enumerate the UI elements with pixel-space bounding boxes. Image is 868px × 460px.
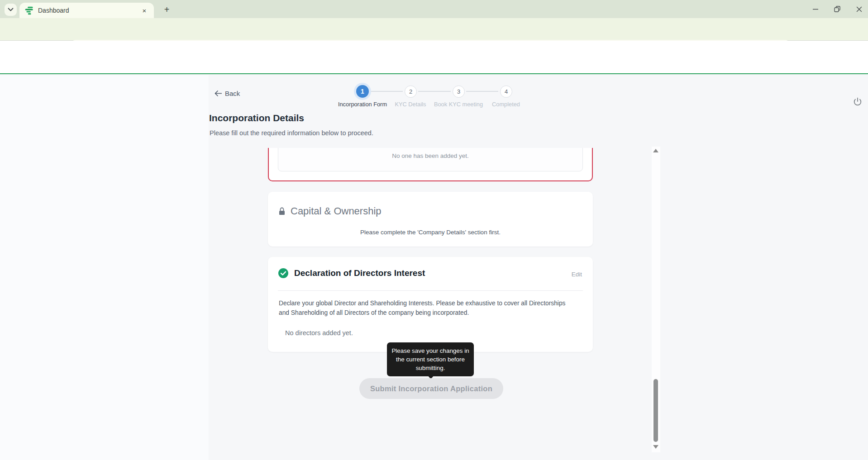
scrollbar-down-arrow[interactable] [653, 445, 658, 449]
page-title: Incorporation Details [209, 113, 304, 123]
app-header: Dashboard [0, 41, 868, 74]
left-background-strip [0, 75, 209, 460]
chevron-down-icon [8, 8, 14, 12]
step-4-label: Completed [481, 100, 531, 108]
capital-ownership-header: Capital & Ownership [279, 205, 382, 217]
stepper-connector [418, 91, 451, 92]
favicon-green-bars-logo [25, 6, 33, 15]
save-changes-tooltip: Please save your changes in the current … [387, 342, 474, 376]
check-circle-icon [278, 268, 289, 279]
window-restore-icon[interactable] [833, 5, 842, 14]
directors-interest-title: Declaration of Directors Interest [294, 268, 425, 278]
logout-power-icon[interactable] [852, 96, 863, 108]
capital-ownership-title: Capital & Ownership [291, 205, 382, 217]
window-controls [811, 0, 863, 18]
page-subtitle: Please fill out the required information… [210, 129, 373, 137]
capital-ownership-card: Capital & Ownership Please complete the … [268, 192, 593, 247]
card-divider [278, 290, 583, 291]
capital-locked-message: Please complete the 'Company Details' se… [268, 229, 593, 236]
directors-description: Declare your global Director and Shareho… [279, 299, 576, 318]
scrollbar-thumb[interactable] [653, 379, 658, 442]
step-3-circle[interactable]: 3 [453, 85, 465, 98]
submit-incorporation-button[interactable]: Submit Incorporation Application [359, 378, 503, 399]
shareholders-empty-box: No one has been added yet. [278, 148, 583, 171]
lock-icon [279, 207, 285, 215]
step-1-label: Incorporation Form [338, 100, 387, 108]
back-label: Back [225, 90, 240, 97]
back-arrow-icon [215, 90, 222, 96]
step-4-circle[interactable]: 4 [500, 85, 512, 98]
stepper-connector [370, 91, 403, 92]
edit-button[interactable]: Edit [572, 271, 582, 278]
step-3-label: Book KYC meeting [434, 100, 483, 108]
window-minimize-icon[interactable] [811, 5, 820, 14]
window-close-icon[interactable] [854, 5, 863, 14]
step-1-circle[interactable]: 1 [356, 85, 369, 98]
shareholders-card-clip: No one has been added yet. [268, 148, 595, 182]
directors-empty-message: No directors added yet. [285, 329, 353, 337]
back-link[interactable]: Back [215, 90, 240, 97]
browser-tab[interactable]: Dashboard × [19, 3, 154, 18]
step-2-circle[interactable]: 2 [405, 85, 417, 98]
shareholders-card-error: No one has been added yet. [268, 148, 593, 181]
stepper-connector [466, 91, 498, 92]
browser-toolbar: dashboard.xion.ai/onboarding C ⋮ [0, 18, 868, 41]
new-tab-button[interactable]: + [161, 4, 173, 16]
tab-close-icon[interactable]: × [140, 6, 148, 14]
scrollbar-up-arrow[interactable] [653, 149, 658, 152]
tab-search-button[interactable] [5, 4, 17, 16]
tab-title: Dashboard [38, 7, 140, 14]
page-root: Dashboard × + [0, 0, 868, 460]
directors-interest-card: Declaration of Directors Interest Edit D… [268, 257, 593, 352]
step-2-label: KYC Details [386, 100, 435, 108]
shareholders-empty-message: No one has been added yet. [392, 152, 469, 159]
directors-interest-header: Declaration of Directors Interest [278, 268, 425, 279]
browser-tabstrip: Dashboard × + [0, 0, 868, 18]
